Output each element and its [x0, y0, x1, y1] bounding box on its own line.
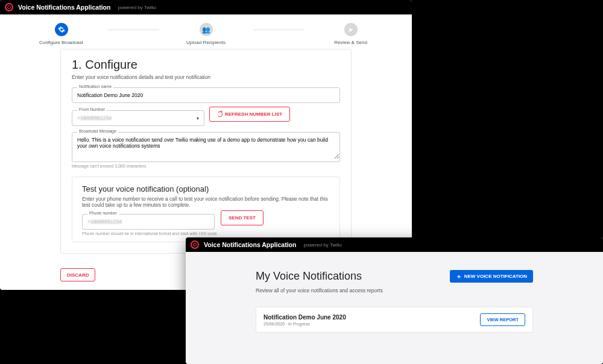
app-title: Voice Notifications Application — [18, 4, 110, 11]
app-bar: Voice Notifications Application powered … — [0, 0, 412, 14]
powered-by-label: powered by Twilio — [118, 5, 156, 10]
test-card: Test your voice notification (optional) … — [72, 177, 340, 242]
button-label: DISCARD — [67, 272, 89, 278]
phone-hint: Phone number should be in international … — [82, 231, 330, 236]
step-review[interactable]: ➤ Review & Send — [304, 23, 398, 45]
page-subtitle: Enter your voice notifications details a… — [72, 74, 340, 80]
list-window: Voice Notifications Application powered … — [186, 237, 603, 364]
from-number-value[interactable] — [72, 111, 204, 125]
page-title: 1. Configure — [72, 58, 340, 72]
stepper: Configure Broadcast 👥 Upload Recipients … — [0, 14, 412, 49]
button-label: VIEW REPORT — [487, 317, 519, 322]
notification-row: Notification Demo June 2020 25/06/2020 ·… — [256, 307, 533, 333]
field-label: Broadcast Message — [77, 129, 118, 133]
notification-name-input[interactable] — [72, 88, 339, 102]
configure-card: 1. Configure Enter your voice notificati… — [60, 49, 352, 254]
discard-button[interactable]: DISCARD — [60, 268, 95, 281]
broadcast-message-input[interactable] — [72, 133, 339, 159]
step-upload[interactable]: 👥 Upload Recipients — [159, 23, 253, 45]
button-label: REFRESH NUMBER LIST — [225, 111, 282, 117]
from-number-select[interactable]: From Number ▾ — [72, 110, 204, 126]
test-heading: Test your voice notification (optional) — [82, 184, 330, 193]
list-heading: My Voice Notifications — [256, 270, 362, 283]
gear-icon — [55, 23, 68, 36]
test-phone-field[interactable]: Phone number — [82, 214, 215, 230]
notification-name-field[interactable]: Notification name — [72, 87, 340, 103]
step-label: Configure Broadcast — [39, 40, 83, 45]
view-report-button[interactable]: VIEW REPORT — [480, 313, 525, 326]
users-icon: 👥 — [200, 23, 213, 36]
button-label: NEW VOICE NOTIFICATION — [464, 274, 527, 279]
step-label: Upload Recipients — [186, 40, 226, 45]
app-bar: Voice Notifications Application powered … — [186, 237, 603, 252]
twilio-logo-icon — [5, 3, 13, 11]
button-label: SEND TEST — [229, 215, 256, 221]
twilio-logo-icon — [191, 240, 199, 249]
message-hint: Message can't exceed 3,000 characters — [72, 164, 340, 168]
notification-meta: 25/06/2020 · In Progress — [264, 322, 346, 326]
test-phone-input[interactable] — [83, 215, 214, 229]
list-sub: Review all of your voice notifications a… — [256, 287, 533, 293]
send-test-button[interactable]: SEND TEST — [221, 210, 264, 225]
field-label: Notification name — [77, 84, 113, 89]
notification-title: Notification Demo June 2020 — [264, 314, 346, 321]
test-sub: Enter your phone number to receive a cal… — [82, 196, 330, 208]
broadcast-message-field[interactable]: Broadcast Message — [72, 132, 340, 162]
refresh-icon — [217, 111, 223, 117]
refresh-number-button[interactable]: REFRESH NUMBER LIST — [209, 107, 290, 122]
send-icon: ➤ — [344, 23, 358, 36]
step-label: Review & Send — [334, 40, 367, 45]
new-notification-button[interactable]: ＋ NEW VOICE NOTIFICATION — [450, 270, 533, 283]
powered-by-label: powered by Twilio — [303, 242, 341, 248]
app-title: Voice Notifications Application — [204, 241, 296, 248]
chevron-down-icon: ▾ — [197, 116, 199, 121]
step-configure[interactable]: Configure Broadcast — [14, 23, 109, 45]
